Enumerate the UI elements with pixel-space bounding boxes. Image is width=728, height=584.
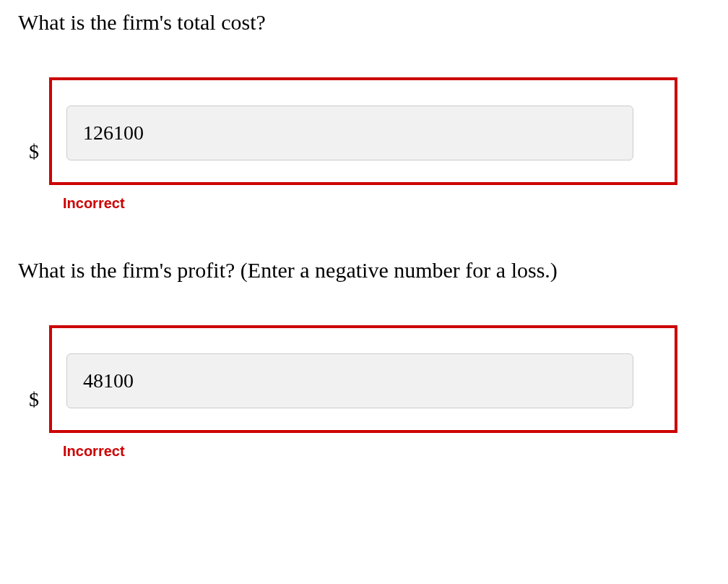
question-block-profit: What is the firm's profit? (Enter a nega… [18,255,710,460]
answer-box [49,325,677,433]
total-cost-input[interactable] [66,106,633,160]
question-block-total-cost: What is the firm's total cost? $ Incorre… [18,7,710,212]
feedback-label: Incorrect [63,443,710,460]
question-prompt: What is the firm's profit? (Enter a nega… [18,255,710,285]
profit-input[interactable] [66,353,633,408]
answer-row: $ [18,77,710,185]
feedback-label: Incorrect [63,195,710,212]
currency-symbol: $ [29,388,39,411]
answer-row: $ [18,325,710,433]
question-prompt: What is the firm's total cost? [18,7,710,38]
answer-box [49,77,677,185]
currency-symbol: $ [29,140,39,163]
